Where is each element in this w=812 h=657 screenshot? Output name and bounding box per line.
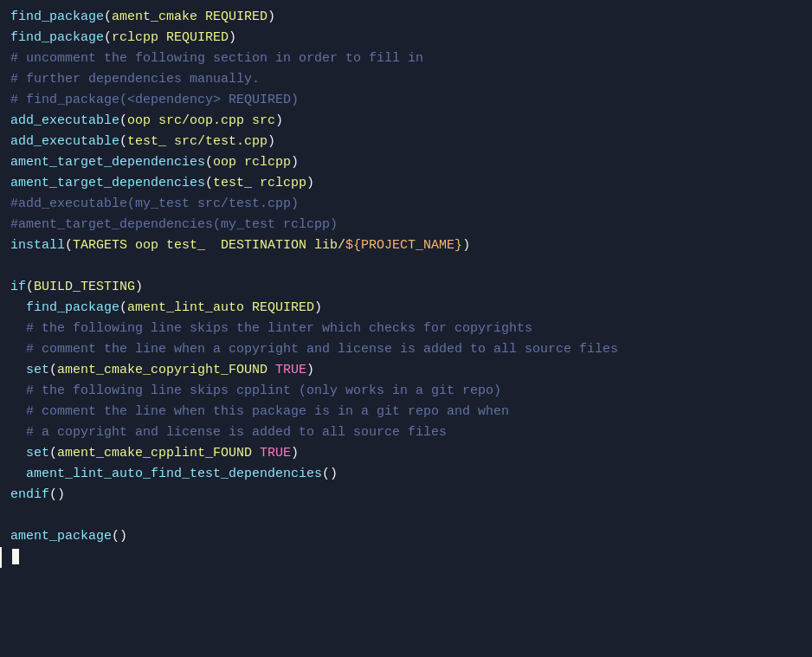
code-line: #ament_target_dependencies(my_test rclcp… [0, 215, 812, 235]
code-line: if(BUILD_TESTING) [0, 277, 812, 298]
code-line: ament_target_dependencies(oop rclcpp) [0, 152, 812, 173]
code-line: find_package(rclcpp REQUIRED) [0, 28, 812, 48]
code-line: ament_target_dependencies(test_ rclcpp) [0, 173, 812, 194]
code-line: find_package(ament_lint_auto REQUIRED) [0, 298, 812, 319]
code-line: set(ament_cmake_copyright_FOUND TRUE) [0, 360, 812, 381]
code-line [0, 506, 812, 526]
code-line: # the following line skips the linter wh… [0, 319, 812, 339]
code-line: #add_executable(my_test src/test.cpp) [0, 194, 812, 215]
code-line: # uncomment the following section in ord… [0, 48, 812, 69]
code-line: ament_package() [0, 526, 812, 547]
code-line: # a copyright and license is added to al… [0, 422, 812, 443]
code-line: endif() [0, 485, 812, 506]
code-line: add_executable(oop src/oop.cpp src) [0, 111, 812, 132]
code-line: # the following line skips cpplint (only… [0, 381, 812, 402]
code-editor[interactable]: find_package(ament_cmake REQUIRED)find_p… [0, 0, 812, 657]
code-line: # comment the line when a copyright and … [0, 339, 812, 360]
code-line: install(TARGETS oop test_ DESTINATION li… [0, 235, 812, 256]
code-line: # find_package(<dependency> REQUIRED) [0, 90, 812, 111]
code-line: find_package(ament_cmake REQUIRED) [0, 7, 812, 28]
code-line: # comment the line when this package is … [0, 402, 812, 422]
code-line: ament_lint_auto_find_test_dependencies() [0, 464, 812, 485]
code-line: add_executable(test_ src/test.cpp) [0, 132, 812, 152]
code-line [0, 547, 812, 568]
code-line: # further dependencies manually. [0, 69, 812, 90]
code-line: set(ament_cmake_cpplint_FOUND TRUE) [0, 443, 812, 464]
code-line [0, 256, 812, 277]
